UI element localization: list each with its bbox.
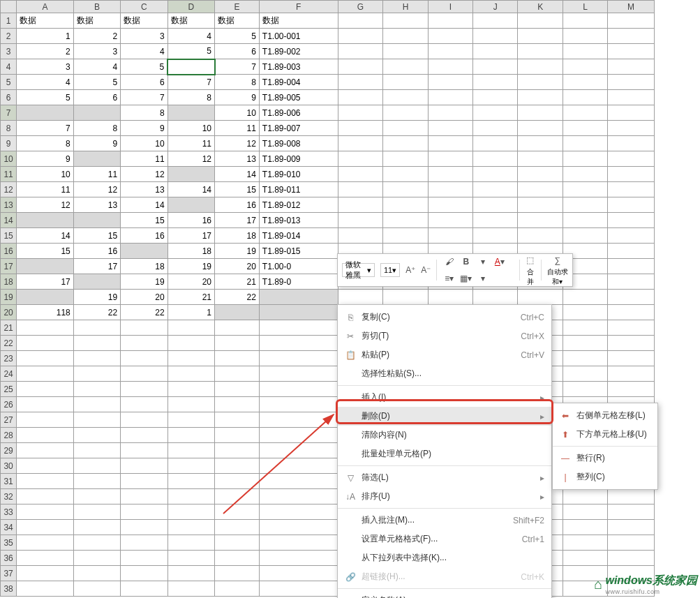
cell-B5[interactable]: 5 (73, 75, 120, 90)
column-header-L[interactable]: L (563, 1, 607, 13)
row-header-31[interactable]: 31 (1, 474, 17, 489)
cell-C13[interactable]: 14 (121, 197, 167, 213)
cell-A22[interactable] (17, 336, 74, 351)
cell-B10[interactable] (73, 151, 120, 167)
highlight-icon[interactable]: ▾ (476, 271, 490, 285)
cell-B17[interactable]: 17 (73, 259, 120, 274)
cell-C11[interactable]: 12 (121, 167, 167, 182)
cell-E20[interactable] (215, 305, 260, 320)
cell-H19[interactable] (383, 290, 428, 305)
cell-G3[interactable] (338, 44, 383, 59)
row-header-13[interactable]: 13 (1, 197, 17, 213)
cell-F14[interactable]: T1.89-013 (259, 213, 338, 228)
cell-C9[interactable]: 10 (121, 136, 167, 151)
cell-I13[interactable] (428, 197, 472, 213)
cell-J5[interactable] (473, 75, 518, 90)
cell-J9[interactable] (473, 136, 518, 151)
cell-M5[interactable] (608, 75, 654, 90)
cell-F31[interactable] (259, 474, 338, 489)
cell-K2[interactable] (518, 29, 563, 44)
cell-M34[interactable] (608, 520, 654, 535)
cell-E1[interactable]: 数据 (215, 13, 260, 29)
cell-F24[interactable] (259, 366, 338, 382)
cell-A27[interactable] (17, 412, 74, 428)
cell-C27[interactable] (121, 412, 167, 428)
row-header-1[interactable]: 1 (1, 13, 17, 29)
cell-F37[interactable] (259, 566, 338, 581)
merge-icon[interactable]: ⬚ (526, 253, 535, 267)
cell-H4[interactable] (383, 59, 428, 75)
cell-F33[interactable] (259, 504, 338, 520)
cell-M23[interactable] (608, 351, 654, 366)
cell-E15[interactable]: 18 (215, 228, 260, 244)
cell-C32[interactable] (121, 489, 167, 504)
cell-J8[interactable] (473, 121, 518, 136)
cell-E23[interactable] (215, 351, 260, 366)
cell-M11[interactable] (608, 167, 654, 182)
cell-L10[interactable] (563, 151, 607, 167)
cell-L13[interactable] (563, 197, 607, 213)
cell-E31[interactable] (215, 474, 260, 489)
font-size-dropdown[interactable]: 11 ▾ (380, 263, 400, 277)
cell-M10[interactable] (608, 151, 654, 167)
cell-A2[interactable]: 1 (17, 29, 74, 44)
cell-A21[interactable] (17, 320, 74, 336)
cell-D9[interactable]: 11 (167, 136, 214, 151)
cell-A8[interactable]: 7 (17, 121, 74, 136)
cell-M19[interactable] (608, 290, 654, 305)
cell-M33[interactable] (608, 504, 654, 520)
cell-M4[interactable] (608, 59, 654, 75)
cell-I5[interactable] (428, 75, 472, 90)
cell-E21[interactable] (215, 320, 260, 336)
cell-L4[interactable] (563, 59, 607, 75)
cell-M13[interactable] (608, 197, 654, 213)
cell-F13[interactable]: T1.89-012 (259, 197, 338, 213)
bold-icon[interactable]: B (459, 255, 473, 269)
row-header-37[interactable]: 37 (1, 566, 17, 581)
cell-F4[interactable]: T1.89-003 (259, 59, 338, 75)
cell-D28[interactable] (167, 428, 214, 443)
menu-item-6[interactable]: 删除(D)▸ (338, 407, 551, 426)
cell-C25[interactable] (121, 382, 167, 397)
cell-M21[interactable] (608, 320, 654, 336)
cell-G1[interactable] (338, 13, 383, 29)
cell-B35[interactable] (73, 535, 120, 551)
cell-K9[interactable] (518, 136, 563, 151)
menu-item-5[interactable]: 插入(I)▸ (338, 388, 551, 407)
cell-B27[interactable] (73, 412, 120, 428)
cell-E10[interactable]: 13 (215, 151, 260, 167)
cell-L11[interactable] (563, 167, 607, 182)
cell-A35[interactable] (17, 535, 74, 551)
cell-H15[interactable] (383, 228, 428, 244)
cell-D21[interactable] (167, 320, 214, 336)
cell-I19[interactable] (428, 290, 472, 305)
cell-B14[interactable] (73, 213, 120, 228)
cell-K5[interactable] (518, 75, 563, 90)
cell-A7[interactable] (17, 105, 74, 121)
cell-L36[interactable] (563, 551, 607, 566)
cell-E34[interactable] (215, 520, 260, 535)
cell-K19[interactable] (518, 290, 563, 305)
row-header-10[interactable]: 10 (1, 151, 17, 167)
submenu-item-3[interactable]: —整行(R) (553, 449, 657, 468)
cell-F3[interactable]: T1.89-002 (259, 44, 338, 59)
cell-H10[interactable] (383, 151, 428, 167)
cell-C26[interactable] (121, 397, 167, 412)
cell-M7[interactable] (608, 105, 654, 121)
cell-H3[interactable] (383, 44, 428, 59)
cell-A36[interactable] (17, 551, 74, 566)
cell-E24[interactable] (215, 366, 260, 382)
cell-M8[interactable] (608, 121, 654, 136)
cell-B4[interactable]: 4 (73, 59, 120, 75)
column-header-G[interactable]: G (338, 1, 383, 13)
cell-F28[interactable] (259, 428, 338, 443)
cell-A33[interactable] (17, 504, 74, 520)
cell-A19[interactable] (17, 290, 74, 305)
cell-C21[interactable] (121, 320, 167, 336)
cell-B24[interactable] (73, 366, 120, 382)
cell-B2[interactable]: 2 (73, 29, 120, 44)
row-header-3[interactable]: 3 (1, 44, 17, 59)
cell-E6[interactable]: 9 (215, 90, 260, 105)
cell-K14[interactable] (518, 213, 563, 228)
cell-F19[interactable] (259, 290, 338, 305)
